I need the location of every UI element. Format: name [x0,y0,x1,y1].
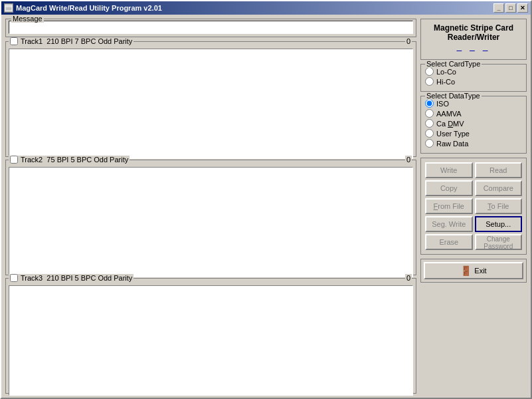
radio-aamva[interactable]: AAMVA [425,109,522,118]
message-label: Message [11,15,44,23]
close-button[interactable]: ✕ [517,3,528,13]
card-reader-title: Magnetic Stripe Card Reader/Writer [425,23,522,42]
radio-iso-input[interactable] [425,99,434,108]
track2-header: Track2 75 BPI 5 BPC Odd Parity [9,156,130,164]
track1-counter: 0 [405,37,412,45]
right-panel: Magnetic Stripe Card Reader/Writer – – –… [420,19,527,394]
track1-label: Track1 210 BPI 7 BPC Odd Parity [21,37,132,45]
radio-raw-data-label: Raw Data [436,140,468,148]
message-input[interactable] [9,21,413,34]
track1-textarea[interactable] [9,49,413,159]
radio-aamva-input[interactable] [425,109,434,118]
radio-iso[interactable]: ISO [425,99,522,108]
read-button[interactable]: Read [475,162,523,178]
seg-write-button[interactable]: Seg. Write [425,216,473,232]
window-title: MagCard Write/Read Utility Program v2.01 [16,4,162,12]
erase-button[interactable]: Erase [425,234,473,250]
exit-icon: 🚪 [460,265,472,276]
select-card-type-group: Select CardType Lo-Co Hi-Co [420,64,527,92]
track2-counter: 0 [405,156,412,164]
card-reader-box: Magnetic Stripe Card Reader/Writer – – – [420,19,527,60]
title-bar: MagCard Write/Read Utility Program v2.01… [1,1,531,15]
radio-hi-co-input[interactable] [425,77,434,86]
track3-checkbox[interactable] [10,274,18,282]
radio-hi-co[interactable]: Hi-Co [425,77,522,86]
left-panel: Message Track1 210 BPI 7 BPC Odd Parity … [5,19,416,394]
select-card-type-label: Select CardType [425,60,482,68]
exit-label: Exit [474,267,486,275]
radio-raw-data-input[interactable] [425,139,434,148]
track3-group: Track3 210 BPI 5 BPC Odd Parity 0 [5,278,416,394]
radio-ca-dmv[interactable]: Ca DMV [425,119,522,128]
main-window: MagCard Write/Read Utility Program v2.01… [0,0,532,399]
track1-checkbox[interactable] [10,37,18,45]
radio-hi-co-label: Hi-Co [436,78,455,86]
track3-label: Track3 210 BPI 5 BPC Odd Parity [21,274,132,282]
radio-raw-data[interactable]: Raw Data [425,139,522,148]
message-group: Message [5,19,416,37]
title-buttons: _ □ ✕ [493,3,528,13]
exit-button[interactable]: 🚪 Exit [424,262,523,279]
select-data-type-label: Select DataType [425,92,482,100]
maximize-button[interactable]: □ [505,3,516,13]
track1-group: Track1 210 BPI 7 BPC Odd Parity 0 [5,41,416,157]
radio-lo-co-label: Lo-Co [436,68,456,76]
from-file-button[interactable]: From File [425,198,473,214]
radio-user-type-label: User Type [436,130,470,138]
radio-iso-label: ISO [436,100,449,108]
track2-textarea[interactable] [9,167,413,277]
track3-textarea[interactable] [9,285,413,396]
minimize-button[interactable]: _ [493,3,504,13]
compare-button[interactable]: Compare [475,180,523,196]
track2-group: Track2 75 BPI 5 BPC Odd Parity 0 [5,160,416,275]
radio-ca-dmv-label: Ca DMV [436,120,464,128]
change-password-button[interactable]: ChangePassword [475,234,523,250]
track1-header: Track1 210 BPI 7 BPC Odd Parity [9,37,133,45]
radio-lo-co[interactable]: Lo-Co [425,67,522,76]
track2-checkbox[interactable] [10,156,18,164]
app-icon [4,3,13,13]
radio-aamva-label: AAMVA [436,110,462,118]
radio-user-type[interactable]: User Type [425,129,522,138]
to-file-button[interactable]: To File [475,198,523,214]
track2-label: Track2 75 BPI 5 BPC Odd Parity [21,156,128,164]
setup-button[interactable]: Setup... [475,216,523,232]
radio-lo-co-input[interactable] [425,67,434,76]
title-bar-left: MagCard Write/Read Utility Program v2.01 [4,3,162,13]
radio-user-type-input[interactable] [425,129,434,138]
copy-button[interactable]: Copy [425,180,473,196]
radio-ca-dmv-input[interactable] [425,119,434,128]
action-buttons: Write Read Copy Compare From File To Fil… [420,158,527,255]
track3-counter: 0 [405,274,412,282]
write-button[interactable]: Write [425,162,473,178]
svg-rect-0 [5,5,12,11]
select-data-type-group: Select DataType ISO AAMVA Ca DMV User Ty… [420,96,527,154]
card-reader-status: – – – [425,45,522,55]
exit-container: 🚪 Exit [420,259,527,283]
window-content: Message Track1 210 BPI 7 BPC Odd Parity … [1,15,531,398]
track3-header: Track3 210 BPI 5 BPC Odd Parity [9,274,133,282]
